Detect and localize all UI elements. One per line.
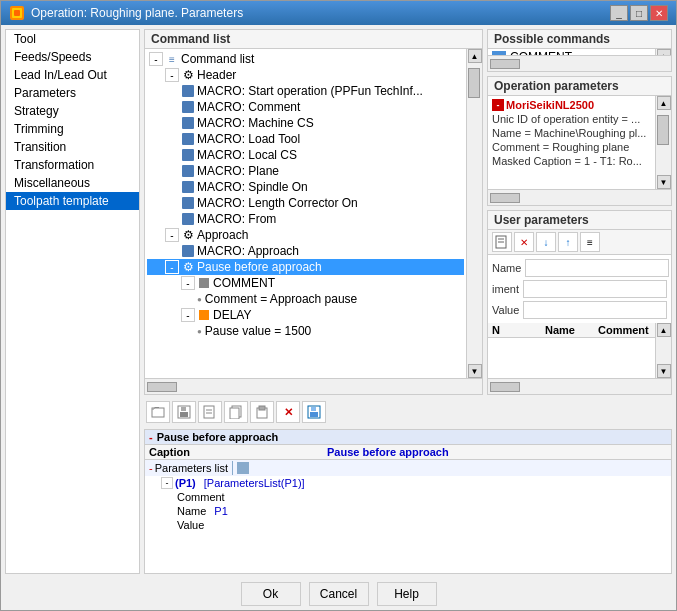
command-list-vscrollbar[interactable]: ▲ ▼ [466, 49, 482, 378]
user-params-edit-btn[interactable]: ≡ [580, 232, 600, 252]
user-params-toolbar: ✕ ↓ ↑ ≡ [488, 230, 671, 255]
tree-item-macro-spindle[interactable]: MACRO: Spindle On [147, 179, 464, 195]
ok-button[interactable]: Ok [241, 582, 301, 606]
form-input-name[interactable] [525, 259, 669, 277]
bullet-icon-1: ● [197, 295, 202, 304]
scroll-track[interactable] [467, 63, 482, 364]
up-scroll-track[interactable] [656, 337, 671, 364]
op-params-content[interactable]: - MoriSeikiNL2500 Unic ID of operation e… [488, 96, 655, 189]
p1-value-row[interactable]: Value [145, 518, 671, 532]
sidebar-item-transition[interactable]: Transition [6, 138, 139, 156]
command-list-tree[interactable]: - ≡ Command list - ⚙ Header [145, 49, 466, 378]
tree-expand-approach[interactable]: - [165, 228, 179, 242]
sidebar-item-strategy[interactable]: Strategy [6, 102, 139, 120]
tree-item-comment-node[interactable]: - COMMENT [147, 275, 464, 291]
user-params-hscrollbar[interactable] [488, 378, 671, 394]
help-button[interactable]: Help [377, 582, 437, 606]
tree-label-macro-spindle: MACRO: Spindle On [197, 180, 308, 194]
pc-h-scroll-thumb[interactable] [490, 59, 520, 69]
tree-item-macro-approach[interactable]: MACRO: Approach [147, 243, 464, 259]
tb-paste-btn[interactable] [250, 401, 274, 423]
expand-icon-op[interactable]: - [492, 99, 504, 111]
scroll-thumb[interactable] [468, 68, 480, 98]
tree-item-approach[interactable]: - ⚙ Approach [147, 227, 464, 243]
op-param-title-text: MoriSeikiNL2500 [506, 99, 594, 111]
tree-expand-comment[interactable]: - [181, 276, 195, 290]
sidebar-item-toolpath-template[interactable]: Toolpath template [6, 192, 139, 210]
tree-item-header[interactable]: - ⚙ Header [147, 67, 464, 83]
tb-new-btn[interactable] [198, 401, 222, 423]
tree-item-macro-mcs[interactable]: MACRO: Machine CS [147, 115, 464, 131]
tree-item-macro-from[interactable]: MACRO: From [147, 211, 464, 227]
command-list-hscrollbar[interactable] [145, 378, 482, 394]
cancel-button[interactable]: Cancel [309, 582, 369, 606]
form-input-value[interactable] [523, 301, 667, 319]
tb-copy-btn[interactable] [224, 401, 248, 423]
user-params-new-btn[interactable] [492, 232, 512, 252]
tree-item-macro-loadtool[interactable]: MACRO: Load Tool [147, 131, 464, 147]
h-scroll-thumb[interactable] [147, 382, 177, 392]
tb-open-btn[interactable] [146, 401, 170, 423]
possible-commands-hscrollbar[interactable] [488, 55, 671, 71]
sidebar-item-miscellaneous[interactable]: Miscellaneous [6, 174, 139, 192]
tree-item-macro-localcs[interactable]: MACRO: Local CS [147, 147, 464, 163]
tree-item-macro-comment[interactable]: MACRO: Comment [147, 99, 464, 115]
params-expand-root[interactable]: - [149, 431, 153, 443]
p1-comment-row[interactable]: Comment [145, 490, 671, 504]
op-h-scroll-thumb[interactable] [490, 193, 520, 203]
tree-item-macro-lengthcorr[interactable]: MACRO: Length Corrector On [147, 195, 464, 211]
tree-item-comment-value[interactable]: ● Comment = Approach pause [147, 291, 464, 307]
tree-item-commandlist[interactable]: - ≡ Command list [147, 51, 464, 67]
op-scroll-track[interactable] [656, 110, 671, 175]
tree-label-commandlist: Command list [181, 52, 254, 66]
macro-icon-1 [181, 84, 195, 98]
tree-item-pause-approach[interactable]: - ⚙ Pause before approach [147, 259, 464, 275]
tree-item-macro-start[interactable]: MACRO: Start operation (PPFun TechInf... [147, 83, 464, 99]
tree-item-pause-value[interactable]: ● Pause value = 1500 [147, 323, 464, 339]
bullet-icon-2: ● [197, 327, 202, 336]
tree-expand-header[interactable]: - [165, 68, 179, 82]
up-scroll-up[interactable]: ▲ [657, 323, 671, 337]
sidebar-item-transformation[interactable]: Transformation [6, 156, 139, 174]
user-params-down-btn[interactable]: ↓ [536, 232, 556, 252]
tb-saveas-btn[interactable] [172, 401, 196, 423]
op-scroll-up[interactable]: ▲ [657, 96, 671, 110]
op-param-caption: Masked Caption = 1 - T1: Ro... [492, 155, 642, 167]
close-button[interactable]: ✕ [650, 5, 668, 21]
col-n: N [492, 324, 545, 336]
col-comment: Comment [598, 324, 651, 336]
tree-expand-pause[interactable]: - [165, 260, 179, 274]
scroll-up-arrow[interactable]: ▲ [468, 49, 482, 63]
sidebar-item-trimming[interactable]: Trimming [6, 120, 139, 138]
op-params-vscrollbar[interactable]: ▲ ▼ [655, 96, 671, 189]
sidebar-item-feeds-speeds[interactable]: Feeds/Speeds [6, 48, 139, 66]
tree-expand-delay[interactable]: - [181, 308, 195, 322]
tb-delete-btn[interactable]: ✕ [276, 401, 300, 423]
svg-rect-14 [230, 408, 239, 419]
op-scroll-down[interactable]: ▼ [657, 175, 671, 189]
p1-name-row[interactable]: Name P1 [145, 504, 671, 518]
form-input-comment[interactable] [523, 280, 667, 298]
sidebar-item-tool[interactable]: Tool [6, 30, 139, 48]
params-expand-list[interactable]: - [149, 462, 153, 474]
up-h-scroll-thumb[interactable] [490, 382, 520, 392]
comment-icon [197, 276, 211, 290]
sidebar-item-lead-in-lead-out[interactable]: Lead In/Lead Out [6, 66, 139, 84]
bottom-toolbar: ✕ [144, 399, 672, 425]
open-icon [151, 405, 165, 419]
scroll-down-arrow[interactable]: ▼ [468, 364, 482, 378]
minimize-button[interactable]: _ [610, 5, 628, 21]
user-params-delete-btn[interactable]: ✕ [514, 232, 534, 252]
user-params-vscrollbar[interactable]: ▲ ▼ [655, 323, 671, 378]
user-params-up-btn[interactable]: ↑ [558, 232, 578, 252]
up-scroll-down[interactable]: ▼ [657, 364, 671, 378]
sidebar-item-parameters[interactable]: Parameters [6, 84, 139, 102]
maximize-button[interactable]: □ [630, 5, 648, 21]
tree-item-macro-plane[interactable]: MACRO: Plane [147, 163, 464, 179]
tree-item-delay-node[interactable]: - DELAY [147, 307, 464, 323]
tree-expand-commandlist[interactable]: - [149, 52, 163, 66]
op-params-hscrollbar[interactable] [488, 189, 671, 205]
p1-expand-icon[interactable]: - [161, 477, 173, 489]
tb-save-btn[interactable] [302, 401, 326, 423]
op-scroll-thumb[interactable] [657, 115, 669, 145]
